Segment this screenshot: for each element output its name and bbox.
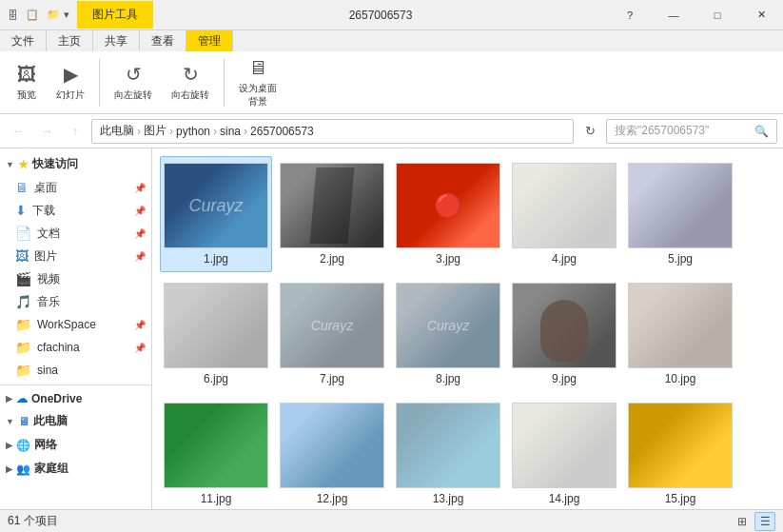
maximize-button[interactable]: □ — [695, 0, 739, 30]
pin-icon: 📌 — [134, 251, 146, 262]
file-item-1[interactable]: Curayz1.jpg — [160, 156, 272, 272]
file-name: 15.jpg — [665, 492, 696, 505]
tab-view[interactable]: 查看 — [140, 30, 186, 51]
expand-arrow-icon: ▶ — [6, 464, 12, 474]
file-item-4[interactable]: 4.jpg — [508, 156, 620, 272]
help-button[interactable]: ? — [608, 0, 652, 30]
sidebar-item-label: WorkSpace — [37, 318, 96, 331]
sidebar-item-workspace[interactable]: 📁 WorkSpace 📌 — [0, 313, 151, 336]
tab-file[interactable]: 文件 — [0, 30, 47, 51]
file-item-13[interactable]: 13.jpg — [392, 396, 504, 509]
file-item-14[interactable]: 14.jpg — [508, 396, 620, 509]
onedrive-label: OneDrive — [31, 392, 82, 405]
file-name: 4.jpg — [552, 252, 577, 266]
file-name: 12.jpg — [317, 492, 348, 505]
pin-icon: 📌 — [134, 183, 146, 193]
onedrive-icon: ☁ — [16, 392, 28, 405]
view-large-icons-button[interactable]: ⊞ — [732, 512, 753, 531]
expand-arrow-icon: ▶ — [6, 394, 12, 404]
ribbon-btn-slideshow[interactable]: ▶ 幻灯片 — [48, 57, 93, 108]
file-name: 14.jpg — [549, 492, 580, 505]
file-name: 2.jpg — [320, 252, 344, 266]
sidebar-item-download[interactable]: ⬇ 下载 📌 — [0, 199, 151, 222]
file-name: 7.jpg — [320, 372, 344, 385]
file-item-7[interactable]: Curayz7.jpg — [276, 276, 388, 392]
homegroup-header[interactable]: ▶ 👥 家庭组 — [0, 457, 151, 481]
sidebar-item-pictures[interactable]: 🖼 图片 📌 — [0, 245, 151, 267]
file-thumbnail: Curayz — [164, 163, 268, 248]
tab-pics-tools: 图片工具 — [77, 1, 153, 29]
file-item-10[interactable]: 10.jpg — [624, 276, 736, 392]
view-controls: ⊞ ☰ — [732, 512, 775, 531]
sidebar-item-label: 音乐 — [37, 294, 60, 310]
tab-manage[interactable]: 管理 — [186, 30, 233, 51]
file-item-2[interactable]: 2.jpg — [276, 156, 388, 272]
file-item-3[interactable]: 🔴3.jpg — [392, 156, 504, 272]
file-item-8[interactable]: Curayz8.jpg — [392, 276, 504, 392]
network-label: 网络 — [34, 437, 57, 453]
forward-button[interactable]: → — [34, 119, 59, 144]
ribbon-btn-set-background[interactable]: 🖥 设为桌面背景 — [230, 57, 285, 108]
file-name: 3.jpg — [436, 252, 460, 266]
file-item-11[interactable]: 11.jpg — [160, 396, 272, 509]
sidebar-item-label: 桌面 — [34, 180, 57, 196]
item-count: 61 个项目 — [8, 513, 58, 529]
quick-access-header[interactable]: ▼ ★ 快速访问 — [0, 152, 151, 176]
desktop-icon: 🖥 — [15, 180, 29, 195]
preview-icon: 🖼 — [17, 64, 36, 86]
back-button[interactable]: ← — [6, 119, 30, 144]
file-item-9[interactable]: 9.jpg — [508, 276, 620, 392]
file-item-12[interactable]: 12.jpg — [276, 396, 388, 509]
file-name: 13.jpg — [433, 492, 464, 505]
file-item-5[interactable]: 5.jpg — [624, 156, 736, 272]
content-area[interactable]: Curayz1.jpg2.jpg🔴3.jpg4.jpg5.jpg6.jpgCur… — [152, 148, 783, 509]
quick-access-label: 快速访问 — [32, 156, 78, 172]
file-item-15[interactable]: 15.jpg — [624, 396, 736, 509]
homegroup-label: 家庭组 — [34, 461, 69, 477]
videos-icon: 🎬 — [15, 271, 31, 286]
file-name: 1.jpg — [204, 252, 228, 266]
tab-share[interactable]: 共享 — [93, 30, 140, 51]
star-icon: ★ — [18, 158, 29, 171]
sidebar-item-label: 视频 — [37, 271, 60, 287]
file-thumbnail — [628, 403, 733, 488]
computer-header[interactable]: ▼ 🖥 此电脑 — [0, 409, 151, 433]
status-bar: 61 个项目 ⊞ ☰ — [0, 509, 783, 532]
close-button[interactable]: ✕ — [739, 0, 783, 30]
ribbon-sep-1 — [99, 59, 100, 107]
network-header[interactable]: ▶ 🌐 网络 — [0, 433, 151, 457]
expand-arrow-icon: ▼ — [6, 160, 14, 169]
sidebar-item-music[interactable]: 🎵 音乐 — [0, 290, 151, 313]
refresh-button[interactable]: ↻ — [577, 119, 602, 144]
rotate-right-icon: ↻ — [183, 63, 199, 86]
search-box[interactable]: 搜索"2657006573" 🔍 — [606, 119, 777, 144]
ribbon-btn-preview[interactable]: 🖼 预览 — [8, 57, 46, 108]
onedrive-header[interactable]: ▶ ☁ OneDrive — [0, 388, 151, 409]
sidebar-item-videos[interactable]: 🎬 视频 — [0, 267, 151, 290]
address-path[interactable]: 此电脑 › 图片 › python › sina › 2657006573 — [91, 119, 574, 144]
view-details-button[interactable]: ☰ — [754, 512, 775, 531]
file-thumbnail — [512, 283, 617, 368]
minimize-button[interactable]: — — [652, 0, 695, 30]
window-title: 2657006573 — [153, 9, 608, 22]
folder-icon: 📁 — [15, 363, 31, 378]
file-name: 5.jpg — [668, 252, 693, 266]
sidebar-item-desktop[interactable]: 🖥 桌面 📌 — [0, 176, 151, 199]
file-item-6[interactable]: 6.jpg — [160, 276, 272, 392]
file-thumbnail — [280, 163, 384, 248]
sidebar-divider — [0, 384, 151, 385]
file-thumbnail — [280, 403, 384, 488]
file-thumbnail: Curayz — [396, 283, 500, 368]
tab-home[interactable]: 主页 — [47, 30, 93, 51]
documents-icon: 📄 — [15, 226, 31, 241]
file-thumbnail — [628, 283, 733, 368]
ribbon-btn-rotate-right[interactable]: ↻ 向右旋转 — [163, 57, 218, 108]
sidebar-item-sina[interactable]: 📁 sina — [0, 359, 151, 382]
network-icon: 🌐 — [16, 439, 30, 452]
file-thumbnail — [164, 283, 268, 368]
up-button[interactable]: ↑ — [63, 119, 88, 144]
folder-icon: 📁 — [15, 317, 31, 332]
sidebar-item-cfachina[interactable]: 📁 cfachina 📌 — [0, 336, 151, 359]
ribbon-btn-rotate-left[interactable]: ↺ 向左旋转 — [106, 57, 161, 108]
sidebar-item-documents[interactable]: 📄 文档 📌 — [0, 222, 151, 245]
